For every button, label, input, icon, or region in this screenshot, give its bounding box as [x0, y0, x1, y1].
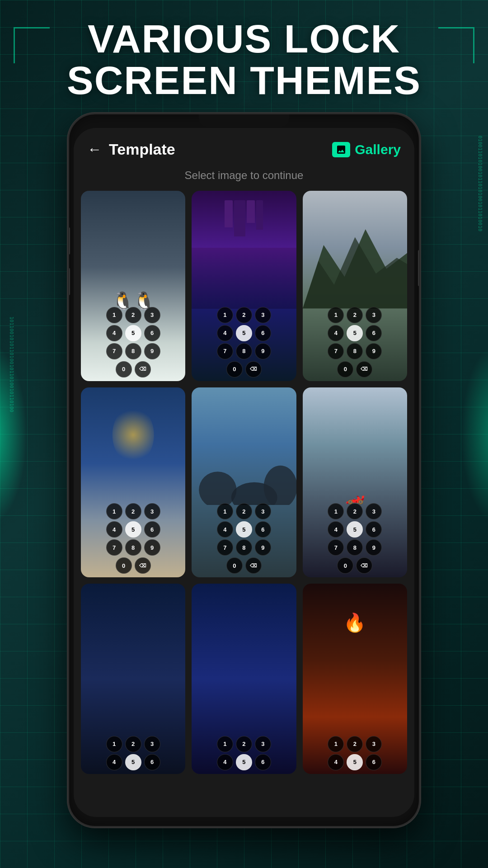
- city-glow: [192, 248, 296, 309]
- subtitle: Select image to continue: [74, 165, 414, 191]
- page-title: Template: [109, 141, 175, 158]
- back-button[interactable]: ←: [87, 141, 102, 158]
- theme-card-dark-blue[interactable]: 123 456: [81, 584, 185, 774]
- header-line1: VARIOUS LOCK: [0, 18, 488, 60]
- gallery-svg: [336, 144, 347, 155]
- keypad-city: 123 456 789 0⌫: [192, 304, 296, 381]
- side-button-power: [418, 250, 420, 286]
- svg-point-4: [264, 466, 296, 505]
- mountain-silhouette: [303, 213, 407, 308]
- keypad-space: 123 456: [192, 733, 296, 774]
- keypad-car: 123 456 789 0⌫: [303, 500, 407, 577]
- theme-card-car[interactable]: 🏎️ 123 456 789 0⌫: [303, 387, 407, 578]
- keypad-beach: 123 456 789 0⌫: [81, 500, 185, 577]
- sun: [112, 406, 154, 463]
- theme-card-beach[interactable]: 123 456 789 0⌫: [81, 387, 185, 578]
- phone-screen: ← Template Gallery Select image to conti…: [74, 128, 414, 817]
- side-button-vol-down: [68, 268, 70, 295]
- phone-notch: [199, 114, 289, 127]
- theme-card-mountains[interactable]: 123 456 789 0⌫: [303, 191, 407, 381]
- svg-marker-1: [303, 237, 407, 309]
- theme-card-penguins[interactable]: 🐧🐧 123 456 789 0⌫: [81, 191, 185, 381]
- header-line2: SCREEN THEMES: [0, 60, 488, 101]
- top-bar-left: ← Template: [87, 141, 175, 158]
- gallery-label: Gallery: [355, 142, 401, 157]
- binary-strip-right: 01001101010010110101001011010010: [477, 136, 483, 231]
- header-title: VARIOUS LOCK SCREEN THEMES: [0, 18, 488, 102]
- top-bar: ← Template Gallery: [74, 128, 414, 165]
- binary-strip-left: 10110010101101001011010010110100: [8, 316, 15, 412]
- gallery-icon: [332, 142, 350, 157]
- phone-mockup: ← Template Gallery Select image to conti…: [68, 113, 420, 827]
- rocks-silhouette: [192, 429, 296, 505]
- themes-grid: 🐧🐧 123 456 789 0⌫: [74, 191, 414, 774]
- keypad-mountains: 123 456 789 0⌫: [303, 304, 407, 381]
- theme-card-space[interactable]: 123 456: [192, 584, 296, 774]
- keypad-river: 123 456 789 0⌫: [192, 500, 296, 577]
- fire-emoji: 🔥: [343, 612, 366, 633]
- keypad-dark-blue: 123 456: [81, 733, 185, 774]
- city-buildings: [192, 200, 296, 236]
- keypad-fire: 123 456: [303, 733, 407, 774]
- glow-right: [461, 344, 488, 524]
- theme-card-river[interactable]: 123 456 789 0⌫: [192, 387, 296, 578]
- keypad-penguins: 123 456 789 0⌫: [81, 304, 185, 381]
- side-button-vol-up: [68, 227, 70, 255]
- theme-card-fire[interactable]: 🔥 123 456: [303, 584, 407, 774]
- gallery-button[interactable]: Gallery: [332, 142, 401, 157]
- theme-card-city[interactable]: 123 456 789 0⌫: [192, 191, 296, 381]
